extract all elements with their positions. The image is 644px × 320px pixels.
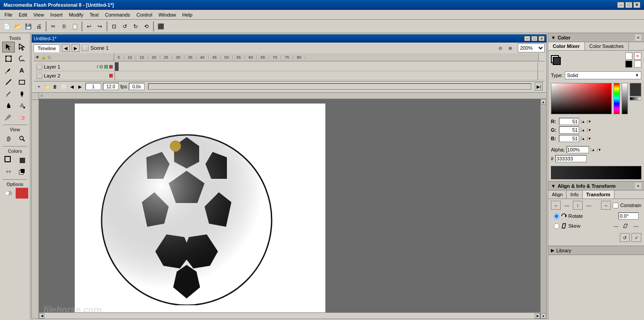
prev-keyframe-btn[interactable]: ◀ xyxy=(68,83,76,90)
hand-tool[interactable] xyxy=(2,133,15,144)
doc-close[interactable]: ✕ xyxy=(538,36,545,41)
black-swatch[interactable] xyxy=(625,61,632,68)
flip-both-btn[interactable]: ↔ xyxy=(601,201,611,210)
timeline-end-btn[interactable]: ▶| xyxy=(535,82,543,91)
menu-help[interactable]: Help xyxy=(179,11,195,18)
flip-vertical-btn[interactable]: ↕ xyxy=(573,201,583,210)
alpha-up[interactable]: ▲ xyxy=(591,148,595,152)
redo-button[interactable]: ↪ xyxy=(95,22,105,31)
add-layer-btn[interactable]: + xyxy=(35,83,43,90)
cut-button[interactable]: ✂ xyxy=(48,22,58,31)
eraser-tool[interactable] xyxy=(16,112,28,122)
skew-radio[interactable] xyxy=(554,223,559,229)
type-dropdown[interactable]: Solid ▼ xyxy=(565,71,641,79)
flip-horizontal-btn[interactable]: ↔ xyxy=(551,201,561,210)
print-button[interactable]: 🖨 xyxy=(34,22,44,31)
flip-button[interactable]: ⟲ xyxy=(141,22,151,31)
transform-tool[interactable] xyxy=(2,53,15,64)
hex-input[interactable] xyxy=(555,155,587,162)
color-panel-expand[interactable]: ≡ xyxy=(635,35,641,41)
pencil-tool[interactable] xyxy=(2,88,15,99)
options-btn2[interactable] xyxy=(16,188,28,199)
brush-tool[interactable] xyxy=(16,88,28,99)
menu-insert[interactable]: Insert xyxy=(47,11,65,18)
rotate-input[interactable] xyxy=(618,212,639,220)
b-input[interactable] xyxy=(559,135,579,142)
subselect-tool[interactable] xyxy=(16,42,28,52)
paste-button[interactable]: 📋 xyxy=(70,22,80,31)
open-button[interactable]: 📂 xyxy=(13,22,22,31)
alpha-down[interactable]: ▼ xyxy=(597,148,601,152)
rotate-right-button[interactable]: ↻ xyxy=(131,22,141,31)
fps-input[interactable] xyxy=(103,83,119,90)
delete-layer-btn[interactable]: 🗑 xyxy=(51,83,59,90)
undo-button[interactable]: ↩ xyxy=(84,22,94,31)
info-tab[interactable]: Info xyxy=(567,190,582,199)
rotate-left-button[interactable]: ↺ xyxy=(120,22,130,31)
line-tool[interactable] xyxy=(2,77,15,87)
import-button[interactable]: ⬛ xyxy=(156,22,166,31)
ink-tool[interactable] xyxy=(2,100,15,111)
menu-file[interactable]: File xyxy=(2,11,15,18)
stroke-color-box[interactable] xyxy=(551,55,561,65)
menu-edit[interactable]: Edit xyxy=(16,11,30,18)
fill-color[interactable] xyxy=(16,155,28,165)
g-input[interactable] xyxy=(559,126,579,134)
close-button[interactable]: ✕ xyxy=(633,2,640,8)
canvas-hscroll[interactable]: ◀ ▶ xyxy=(39,312,540,319)
timeline-tab[interactable]: Timeline xyxy=(34,44,60,52)
r-input[interactable] xyxy=(559,118,579,125)
minimize-button[interactable]: ─ xyxy=(617,2,624,8)
arrow-tool[interactable] xyxy=(2,42,15,52)
default-colors[interactable] xyxy=(16,166,28,177)
canvas-area[interactable]: ▲ ▼ ◀ ▶ filehorse.com xyxy=(39,99,546,319)
library-header[interactable]: ▶ Library xyxy=(548,246,644,255)
doc-restore[interactable]: □ xyxy=(531,36,537,41)
paint-tool[interactable] xyxy=(16,100,28,111)
color-gradient-box[interactable] xyxy=(551,83,612,114)
snap-toggle[interactable] xyxy=(2,188,15,199)
timeline-nav-left[interactable]: ◀ xyxy=(62,44,70,52)
rotate-radio[interactable] xyxy=(554,213,559,219)
text-tool[interactable]: A xyxy=(16,65,28,76)
save-button[interactable]: 💾 xyxy=(23,22,33,31)
menu-text[interactable]: Text xyxy=(87,11,101,18)
add-keyframe-btn[interactable]: ⬜ xyxy=(60,83,68,90)
new-button[interactable]: 📄 xyxy=(2,22,12,31)
frame-number-input[interactable] xyxy=(85,83,101,90)
align-tab[interactable]: Align xyxy=(548,190,567,199)
copy-button[interactable]: ⎘ xyxy=(59,22,69,31)
onion-skin-btn[interactable]: ⊙ xyxy=(496,44,504,52)
color-extra2[interactable] xyxy=(634,61,641,68)
vscroll-track[interactable] xyxy=(541,104,546,313)
align-panel-expand[interactable]: ≡ xyxy=(635,183,641,189)
pen-tool[interactable] xyxy=(2,65,15,76)
reset-transform-btn[interactable]: ↺ xyxy=(620,233,630,242)
brightness-bar[interactable] xyxy=(622,83,628,114)
eyedropper-tool[interactable] xyxy=(2,112,15,122)
stroke-color[interactable] xyxy=(2,155,15,165)
add-folder-btn[interactable]: 📁 xyxy=(43,83,51,90)
swap-colors[interactable] xyxy=(2,166,15,177)
r-up[interactable]: ▲ xyxy=(581,120,585,124)
hscroll-right[interactable]: ▶ xyxy=(535,313,540,319)
menu-window[interactable]: Window xyxy=(156,11,179,18)
b-up[interactable]: ▲ xyxy=(581,137,585,141)
white-swatch[interactable] xyxy=(625,52,632,60)
canvas-vscroll[interactable]: ▲ ▼ xyxy=(540,99,546,319)
constrain-checkbox[interactable] xyxy=(613,203,618,208)
color-mixer-tab[interactable]: Color Mixer xyxy=(548,42,585,50)
onion-outline-btn[interactable]: ⊚ xyxy=(506,44,514,52)
no-stroke-btn[interactable]: ✕ xyxy=(634,52,641,60)
zoom-select[interactable]: 200% 50% 75% 100% 150% 400% xyxy=(518,43,545,52)
zoom-tool[interactable] xyxy=(16,133,28,144)
r-down[interactable]: ▼ xyxy=(587,120,592,124)
lasso-tool[interactable] xyxy=(16,53,28,64)
menu-view[interactable]: View xyxy=(31,11,47,18)
menu-commands[interactable]: Commands xyxy=(102,11,132,18)
apply-transform-btn[interactable]: ✓ xyxy=(631,233,641,242)
menu-control[interactable]: Control xyxy=(134,11,155,18)
b-down[interactable]: ▼ xyxy=(587,137,592,141)
next-keyframe-btn[interactable]: ▶ xyxy=(77,83,84,90)
timeline-nav-right[interactable]: ▶ xyxy=(72,44,80,52)
